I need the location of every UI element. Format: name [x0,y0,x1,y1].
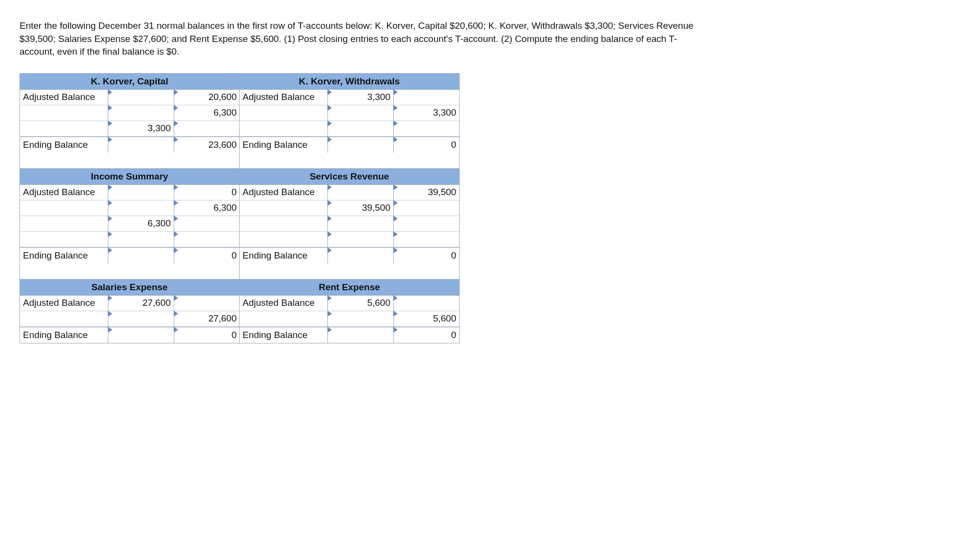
row-label: Adjusted Balance [240,296,327,311]
taccount-withdrawals: K. Korver, Withdrawals Adjusted Balance … [240,74,459,168]
debit-input[interactable]: 27,600 [108,296,174,311]
row-label: Ending Balance [20,137,108,153]
credit-input[interactable]: 23,600 [174,137,240,153]
debit-input[interactable] [327,137,393,153]
debit-input[interactable] [327,216,393,232]
credit-input[interactable] [393,90,459,105]
debit-input[interactable] [108,232,174,247]
debit-input[interactable] [108,200,174,216]
credit-input[interactable] [393,200,459,216]
row-label [240,216,327,232]
row-label [240,232,327,247]
taccount-services-revenue: Services Revenue Adjusted Balance 39,500… [240,168,459,279]
row-label [20,105,108,121]
debit-input[interactable] [108,248,174,263]
row-label: Ending Balance [240,137,327,153]
row-label: Adjusted Balance [20,185,108,200]
debit-input[interactable]: 3,300 [327,90,393,105]
row-label: Adjusted Balance [20,296,108,311]
row-label [20,121,108,137]
credit-input[interactable]: 0 [393,248,459,263]
credit-input[interactable] [174,216,240,232]
row-label: Ending Balance [20,248,108,263]
debit-input[interactable] [327,232,393,247]
taccount-rent-expense: Rent Expense Adjusted Balance 5,600 5,60… [240,279,459,343]
debit-input[interactable] [327,248,393,263]
debit-input[interactable]: 3,300 [108,121,174,137]
credit-input[interactable]: 20,600 [174,90,240,105]
credit-input[interactable]: 0 [174,248,240,263]
row-label: Ending Balance [240,248,327,263]
row-label [20,311,108,327]
debit-input[interactable] [327,185,393,200]
credit-input[interactable]: 0 [393,327,459,343]
debit-input[interactable] [108,90,174,105]
account-title: Services Revenue [240,168,459,185]
credit-input[interactable] [174,296,240,311]
debit-input[interactable] [108,311,174,327]
account-title: Salaries Expense [20,279,239,296]
credit-input[interactable]: 6,300 [174,200,240,216]
debit-input[interactable] [327,311,393,327]
credit-input[interactable] [174,232,240,247]
account-title: Rent Expense [240,279,459,296]
debit-input[interactable] [108,105,174,121]
credit-input[interactable] [393,216,459,232]
row-label: Adjusted Balance [20,90,108,105]
credit-input[interactable]: 5,600 [393,311,459,327]
taccount-capital: K. Korver, Capital Adjusted Balance 20,6… [20,74,240,168]
debit-input[interactable] [108,327,174,343]
credit-input[interactable]: 0 [174,327,240,343]
taccount-salaries-expense: Salaries Expense Adjusted Balance 27,600… [20,279,240,343]
account-title: Income Summary [20,168,239,185]
credit-input[interactable]: 3,300 [393,105,459,121]
row-label [240,121,327,137]
row-label [240,200,327,216]
debit-input[interactable] [108,185,174,200]
row-label [240,105,327,121]
row-label: Ending Balance [20,327,108,343]
row-label: Adjusted Balance [240,90,327,105]
t-accounts-grid: K. Korver, Capital Adjusted Balance 20,6… [20,73,460,343]
debit-input[interactable]: 6,300 [108,216,174,232]
debit-input[interactable]: 5,600 [327,296,393,311]
row-label [240,311,327,327]
account-title: K. Korver, Withdrawals [240,74,459,90]
credit-input[interactable] [393,232,459,247]
debit-input[interactable]: 39,500 [327,200,393,216]
taccount-income-summary: Income Summary Adjusted Balance 0 6,300 … [20,168,240,279]
credit-input[interactable] [393,121,459,137]
debit-input[interactable] [327,121,393,137]
credit-input[interactable]: 0 [174,185,240,200]
debit-input[interactable] [108,137,174,153]
account-title: K. Korver, Capital [20,74,239,90]
credit-input[interactable]: 6,300 [174,105,240,121]
instructions-text: Enter the following December 31 normal b… [20,20,703,59]
row-label [20,216,108,232]
credit-input[interactable]: 27,600 [174,311,240,327]
credit-input[interactable] [393,296,459,311]
credit-input[interactable] [174,121,240,137]
row-label [20,232,108,247]
credit-input[interactable]: 39,500 [393,185,459,200]
row-label [20,200,108,216]
debit-input[interactable] [327,105,393,121]
debit-input[interactable] [327,327,393,343]
row-label: Ending Balance [240,327,327,343]
credit-input[interactable]: 0 [393,137,459,153]
row-label: Adjusted Balance [240,185,327,200]
